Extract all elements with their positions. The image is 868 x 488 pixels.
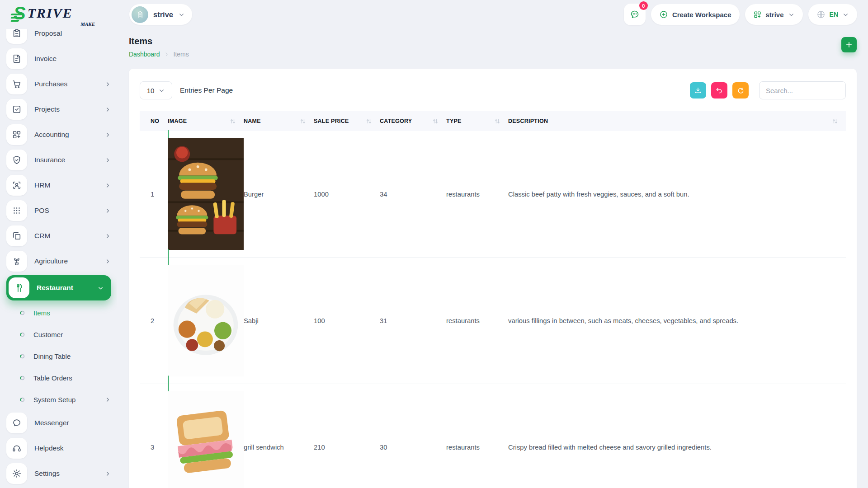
sidebar-item-invoice[interactable]: Invoice — [6, 46, 111, 71]
accounting-icon — [6, 124, 27, 145]
settings-icon — [6, 463, 27, 484]
workspace-selector[interactable]: strive — [129, 4, 192, 25]
helpdesk-icon — [6, 438, 27, 459]
projects-icon — [6, 99, 27, 120]
sidebar-item-restaurant[interactable]: Restaurant — [6, 275, 111, 300]
undo-button[interactable] — [711, 82, 727, 99]
language-selector[interactable]: EN — [808, 4, 857, 25]
bullet-icon — [20, 332, 25, 337]
column-header-category[interactable]: CATEGORY — [380, 118, 446, 124]
cell-type: restaurants — [446, 317, 508, 324]
column-header-sale-price[interactable]: SALE PRICE — [314, 118, 380, 124]
chat-button[interactable]: 0 — [624, 4, 646, 25]
proposal-icon — [6, 29, 27, 44]
sort-icon — [230, 118, 236, 124]
cell-description: various fillings in between, such as mea… — [508, 317, 846, 324]
export-button[interactable] — [690, 82, 706, 99]
sort-icon — [832, 118, 838, 124]
sidebar-subitem-system-setup[interactable]: System Setup — [6, 389, 111, 410]
sidebar-item-label: Settings — [34, 469, 97, 478]
sidebar-item-hrm[interactable]: HRM — [6, 173, 111, 198]
sidebar-item-helpdesk[interactable]: Helpdesk — [6, 436, 111, 461]
sidebar-item-label: Messenger — [34, 419, 111, 427]
refresh-icon — [736, 86, 745, 94]
sidebar-subitem-customer[interactable]: Customer — [6, 324, 111, 345]
brand-tagline: MAKE — [14, 21, 95, 27]
undo-arrow-icon — [715, 86, 723, 94]
sidebar-item-label: HRM — [34, 181, 97, 189]
download-icon — [694, 86, 702, 94]
chevron-right-icon — [104, 157, 111, 164]
plus-circle-icon — [659, 10, 668, 19]
plus-icon — [845, 41, 853, 49]
table-row: 1 Burger 1000 34 restaurants Classic bee… — [140, 131, 846, 258]
insurance-icon — [6, 150, 27, 170]
sidebar-item-settings[interactable]: Settings — [6, 461, 111, 486]
column-header-image[interactable]: IMAGE — [168, 118, 244, 124]
sidebar-subitem-dining-table[interactable]: Dining Table — [6, 345, 111, 367]
table-row: 2 Sabji 100 31 restaurants various filli… — [140, 258, 846, 384]
sidebar-item-crm[interactable]: CRM — [6, 223, 111, 249]
cell-sale-price: 1000 — [314, 191, 380, 198]
sort-icon — [495, 118, 500, 124]
cell-name: Sabji — [244, 317, 314, 324]
add-item-button[interactable] — [841, 37, 857, 52]
cell-sale-price: 100 — [314, 317, 380, 324]
sidebar-item-messenger[interactable]: Messenger — [6, 410, 111, 436]
chevron-down-icon — [158, 87, 165, 94]
chevron-right-icon — [104, 258, 111, 265]
sidebar-item-purchases[interactable]: Purchases — [6, 71, 111, 97]
sort-icon — [300, 118, 306, 124]
sidebar-subitem-items[interactable]: Items — [6, 302, 111, 324]
sidebar-subitem-label: Items — [33, 309, 111, 317]
grilled-sandwich-photo[interactable] — [168, 383, 244, 488]
globe-icon — [816, 10, 826, 19]
column-header-description[interactable]: DESCRIPTION — [508, 118, 846, 124]
veg-thali-photo[interactable] — [168, 257, 244, 385]
entries-per-page-select[interactable]: 10 — [140, 81, 172, 99]
sidebar-item-label: Accounting — [34, 131, 97, 139]
chevron-down-icon — [788, 11, 795, 18]
cell-description: Classic beef patty with fresh veggies, s… — [508, 191, 846, 198]
column-header-no[interactable]: NO — [140, 118, 168, 124]
workspace-name: strive — [153, 10, 173, 19]
breadcrumb-dashboard-link[interactable]: Dashboard — [129, 51, 160, 58]
sidebar-item-proposal[interactable]: Proposal — [6, 29, 111, 46]
sidebar-subitem-label: Dining Table — [33, 352, 111, 360]
invoice-icon — [6, 48, 27, 69]
sidebar-subitem-table-orders[interactable]: Table Orders — [6, 367, 111, 389]
column-header-type[interactable]: TYPE — [446, 118, 508, 124]
chevron-right-icon — [164, 52, 170, 57]
sidebar-item-pos[interactable]: POS — [6, 198, 111, 223]
chevron-down-icon — [178, 11, 185, 18]
cell-type: restaurants — [446, 191, 508, 198]
cell-description: Crispy bread filled with melted cheese a… — [508, 444, 846, 451]
workspace-switcher[interactable]: strive — [745, 4, 803, 25]
cell-category: 30 — [380, 444, 446, 451]
workspace-avatar — [132, 6, 148, 23]
brand-logo[interactable]: S TRIVE MAKE — [14, 5, 95, 27]
breadcrumb-current: Items — [174, 51, 189, 58]
chat-badge: 0 — [639, 1, 648, 10]
burger-with-fries-photo[interactable] — [168, 130, 244, 258]
bullet-icon — [20, 354, 25, 359]
search-input[interactable] — [759, 81, 846, 99]
sort-icon — [366, 118, 372, 124]
chevron-right-icon — [104, 396, 111, 403]
sidebar-item-label: Agriculture — [34, 257, 97, 265]
column-header-name[interactable]: NAME — [244, 118, 314, 124]
refresh-button[interactable] — [732, 82, 749, 99]
breadcrumb: Dashboard Items — [129, 51, 189, 58]
chevron-right-icon — [104, 81, 111, 88]
create-workspace-button[interactable]: Create Workspace — [651, 4, 740, 25]
sidebar-item-label: Invoice — [34, 55, 111, 63]
chevron-right-icon — [104, 207, 111, 214]
sidebar-item-agriculture[interactable]: Agriculture — [6, 249, 111, 274]
sidebar-item-label: Helpdesk — [34, 444, 111, 452]
chat-bubble-icon — [629, 9, 640, 20]
sidebar-item-accounting[interactable]: Accounting — [6, 122, 111, 147]
sidebar-item-insurance[interactable]: Insurance — [6, 147, 111, 173]
sidebar-item-projects[interactable]: Projects — [6, 97, 111, 122]
crm-icon — [6, 225, 27, 246]
sidebar-subitem-label: System Setup — [33, 396, 96, 404]
